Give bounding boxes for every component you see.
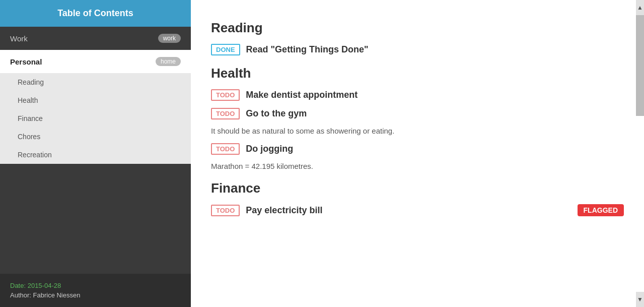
task-gym-block: TODO Go to the gym It should be as natur… (211, 108, 624, 135)
badge-todo-electricity: TODO (211, 205, 240, 216)
task-gym: TODO Go to the gym (211, 108, 624, 119)
task-electricity: TODO Pay electricity bill FLAGGED (211, 204, 624, 216)
task-note-jogging: Marathon = 42.195 kilometres. (211, 162, 624, 170)
sidebar-subitem-health[interactable]: Health (0, 91, 191, 109)
heading-finance: Finance (211, 180, 624, 196)
task-read-gtd: DONE Read "Getting Things Done" (211, 44, 624, 55)
sidebar-title: Table of Contents (57, 8, 133, 18)
scrollbar-thumb[interactable] (636, 15, 644, 116)
badge-todo-jogging: TODO (211, 143, 240, 155)
heading-health: Health (211, 66, 624, 81)
flag-badge-electricity: FLAGGED (578, 204, 624, 216)
badge-done-read: DONE (211, 44, 240, 55)
badge-todo-dentist: TODO (211, 89, 240, 101)
sidebar-nav: Work work Personal home Reading Health F… (0, 27, 191, 274)
sidebar: Table of Contents Work work Personal hom… (0, 0, 191, 307)
sidebar-footer: Date: 2015-04-28 Author: Fabrice Niessen (0, 274, 191, 307)
task-text-electricity: Pay electricity bill (246, 205, 322, 216)
main-content[interactable]: ▲ ▼ Reading DONE Read "Getting Things Do… (191, 0, 644, 307)
section-reading: Reading DONE Read "Getting Things Done" (211, 20, 624, 55)
task-note-gym: It should be as natural to some as showe… (211, 127, 624, 135)
heading-reading: Reading (211, 20, 624, 36)
sidebar-personal-tag: home (156, 57, 181, 66)
sidebar-personal-label: Personal (10, 57, 42, 66)
sidebar-subitems: Reading Health Finance Chores Recreation (0, 73, 191, 164)
task-text-gym: Go to the gym (246, 108, 307, 119)
section-health: Health TODO Make dentist appointment TOD… (211, 66, 624, 170)
task-jogging-block: TODO Do jogging Marathon = 42.195 kilome… (211, 143, 624, 170)
sidebar-work-tag: work (158, 34, 181, 43)
sidebar-subitem-reading[interactable]: Reading (0, 73, 191, 91)
sidebar-header: Table of Contents (0, 0, 191, 27)
sidebar-item-work[interactable]: Work work (0, 27, 191, 50)
task-electricity-left: TODO Pay electricity bill (211, 205, 322, 216)
task-dentist: TODO Make dentist appointment (211, 89, 624, 101)
scrollbar-down-button[interactable]: ▼ (636, 292, 644, 307)
task-jogging: TODO Do jogging (211, 143, 624, 155)
task-text-jogging: Do jogging (246, 144, 293, 154)
scrollbar-up-button[interactable]: ▲ (636, 0, 644, 15)
task-text-read: Read "Getting Things Done" (246, 44, 369, 55)
sidebar-subitem-finance[interactable]: Finance (0, 109, 191, 128)
sidebar-item-personal[interactable]: Personal home (0, 50, 191, 73)
footer-author: Author: Fabrice Niessen (10, 291, 181, 299)
task-text-dentist: Make dentist appointment (246, 90, 357, 100)
sidebar-work-label: Work (10, 34, 28, 43)
footer-date: Date: 2015-04-28 (10, 282, 181, 289)
sidebar-subitem-recreation[interactable]: Recreation (0, 146, 191, 164)
section-finance: Finance TODO Pay electricity bill FLAGGE… (211, 180, 624, 216)
sidebar-subitem-chores[interactable]: Chores (0, 128, 191, 146)
badge-todo-gym: TODO (211, 108, 240, 119)
